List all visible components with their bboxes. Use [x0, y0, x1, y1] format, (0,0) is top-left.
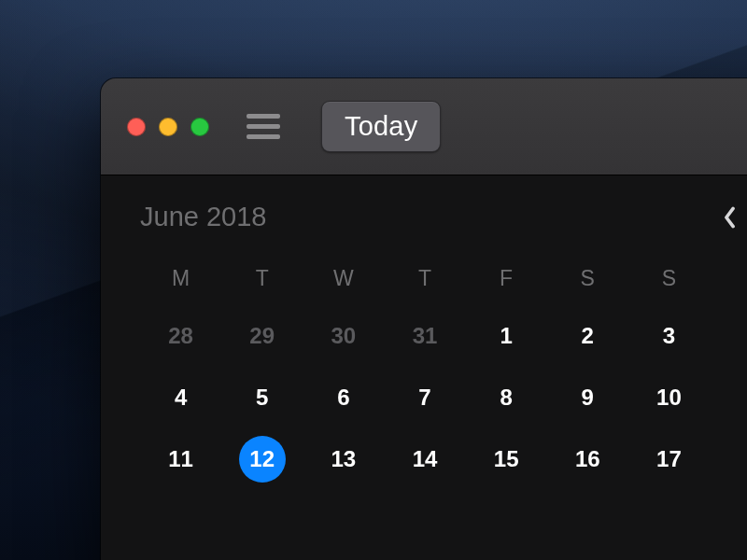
day-number: 4	[175, 385, 187, 411]
day-cell[interactable]: 13	[303, 442, 384, 476]
day-number: 7	[418, 385, 430, 411]
day-number: 28	[168, 323, 193, 349]
day-cell[interactable]: 7	[384, 381, 465, 414]
day-number: 8	[500, 385, 512, 411]
day-number: 10	[656, 385, 682, 411]
weekday-header: M	[140, 266, 221, 291]
day-cell[interactable]: 8	[466, 381, 547, 414]
mini-calendar: June 2018 MTWTFSS28293031123456789101112…	[101, 175, 747, 560]
weekday-header: F	[466, 266, 547, 291]
day-number: 30	[331, 323, 357, 349]
day-number: 3	[663, 323, 675, 349]
weekday-header: W	[303, 266, 384, 291]
chevron-left-icon	[723, 206, 737, 229]
day-cell[interactable]: 28	[140, 319, 221, 353]
day-number: 11	[168, 446, 193, 472]
mini-prev-month-button[interactable]	[723, 206, 737, 229]
day-cell[interactable]: 31	[384, 319, 465, 353]
weekday-header: T	[221, 266, 303, 291]
day-cell[interactable]: 6	[303, 381, 384, 414]
day-number: 17	[656, 446, 682, 472]
minimize-icon[interactable]	[159, 118, 177, 136]
mini-month-nav	[723, 206, 747, 229]
day-number: 1	[500, 323, 512, 349]
month-label: June 2018	[140, 202, 266, 232]
day-cell[interactable]: 4	[140, 381, 221, 414]
day-number: 2	[582, 323, 594, 349]
day-cell[interactable]: 14	[384, 442, 465, 476]
zoom-icon[interactable]	[190, 118, 209, 136]
day-cell[interactable]: 12	[221, 442, 303, 476]
titlebar: Today	[101, 78, 747, 175]
day-number: 6	[337, 385, 349, 411]
day-cell[interactable]: 30	[303, 319, 384, 353]
day-number: 12	[249, 446, 275, 472]
day-number: 9	[582, 385, 594, 411]
day-number: 15	[494, 446, 519, 472]
day-cell[interactable]: 17	[628, 442, 710, 476]
day-number: 14	[413, 446, 438, 472]
day-cell[interactable]: 15	[466, 442, 547, 476]
day-number: 31	[413, 323, 438, 349]
day-cell[interactable]: 2	[547, 319, 628, 353]
weekday-header: S	[547, 266, 628, 291]
today-button[interactable]: Today	[321, 101, 441, 152]
window-controls	[127, 118, 209, 136]
day-number: 13	[331, 446, 357, 472]
calendar-window: Today June 2018 MTWTFSS28293031123456789…	[101, 78, 747, 560]
weekday-header: S	[628, 266, 710, 291]
day-cell[interactable]: 3	[628, 319, 710, 353]
month-header: June 2018	[140, 202, 747, 232]
day-number: 16	[575, 446, 600, 472]
day-cell[interactable]: 29	[221, 319, 303, 353]
day-cell[interactable]: 1	[466, 319, 547, 353]
sidebar-toggle-button[interactable]	[247, 114, 280, 139]
day-cell[interactable]: 5	[221, 381, 303, 414]
close-icon[interactable]	[127, 118, 146, 136]
day-number: 29	[249, 323, 275, 349]
day-cell[interactable]: 9	[547, 381, 628, 414]
day-number: 5	[256, 385, 268, 411]
weekday-header: T	[384, 266, 465, 291]
day-cell[interactable]: 16	[547, 442, 628, 476]
day-cell[interactable]: 11	[140, 442, 221, 476]
day-cell[interactable]: 10	[628, 381, 710, 414]
